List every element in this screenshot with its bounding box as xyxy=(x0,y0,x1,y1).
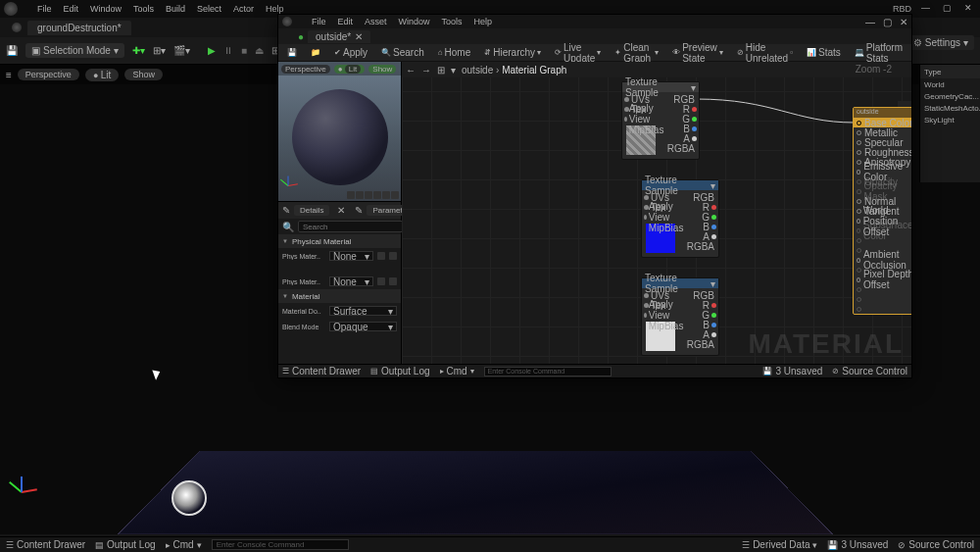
content-drawer-button[interactable]: ☰ Content Drawer xyxy=(282,366,361,376)
browse-icon[interactable] xyxy=(389,252,397,260)
light-gizmo[interactable] xyxy=(172,480,207,516)
tab-close-icon[interactable]: ✕ xyxy=(355,31,363,42)
settings-button[interactable]: ⚙ Settings ▾ xyxy=(907,35,974,50)
viewport-options-icon[interactable]: ≡ xyxy=(6,70,12,80)
pause-icon[interactable]: ⏸ xyxy=(223,45,233,56)
selection-mode-dropdown[interactable]: ▣ Selection Mode ▾ xyxy=(25,43,124,58)
menu-help[interactable]: Help xyxy=(266,4,284,14)
preview-state-button[interactable]: 👁 Preview State ▾ xyxy=(667,41,728,65)
texture-sample-node[interactable]: Texture Sample▾ UVs Tex Apply View MipBi… xyxy=(621,81,700,160)
menu-actor[interactable]: Actor xyxy=(233,4,254,14)
material-preview-viewport[interactable]: Perspective ● Lit Show xyxy=(278,62,401,201)
outliner-row[interactable]: SkyLight xyxy=(920,114,980,125)
close-icon[interactable]: ✕ xyxy=(964,3,976,15)
pin-icon[interactable]: ✎ xyxy=(282,205,290,216)
mat-minimize-icon[interactable]: — xyxy=(865,17,875,27)
stop-icon[interactable]: ■ xyxy=(241,45,247,56)
eject-icon[interactable]: ⏏ xyxy=(255,45,264,56)
stats-button[interactable]: 📊 Stats xyxy=(802,46,846,59)
breadcrumb[interactable]: outside › Material Graph xyxy=(462,65,566,75)
material-tab[interactable]: outside* ✕ xyxy=(308,30,370,43)
section-physical-material[interactable]: Physical Material xyxy=(278,234,401,248)
details-tab[interactable]: Details xyxy=(294,205,329,216)
mat-maximize-icon[interactable]: ▢ xyxy=(883,17,892,27)
source-control-button[interactable]: ⊘ Source Control xyxy=(832,366,907,376)
save-icon[interactable]: 💾 xyxy=(6,45,18,56)
mat-menu-tools[interactable]: Tools xyxy=(442,17,463,26)
mat-menu-window[interactable]: Window xyxy=(399,17,430,26)
derived-data-button[interactable]: ☰ Derived Data ▾ xyxy=(742,539,817,550)
maximize-icon[interactable]: ▢ xyxy=(943,3,955,15)
material-titlebar[interactable]: File Edit Asset Window Tools Help — ▢ ✕ xyxy=(278,15,911,28)
platform-stats-button[interactable]: 💻 Platform Stats xyxy=(850,41,907,65)
play-icon[interactable]: ▶ xyxy=(208,45,216,56)
preview-shape-icons[interactable] xyxy=(347,191,399,199)
sequencer-icon[interactable]: 🎬▾ xyxy=(173,45,190,56)
unsaved-button[interactable]: 💾 3 Unsaved xyxy=(827,539,888,550)
hide-unrelated-button[interactable]: ⊘ Hide Unrelated ▫ xyxy=(732,41,798,65)
home-button[interactable]: ⌂ Home xyxy=(433,46,476,59)
menu-build[interactable]: Build xyxy=(166,4,185,14)
marketplace-icon[interactable]: ⊞▾ xyxy=(153,45,166,56)
close-icon[interactable]: ✕ xyxy=(337,205,345,216)
browse-button[interactable]: 📁 xyxy=(306,47,325,58)
mat-menu-edit[interactable]: Edit xyxy=(338,17,354,26)
menu-file[interactable]: File xyxy=(37,4,52,14)
output-log-button[interactable]: ▤ Output Log xyxy=(95,539,155,550)
preview-show[interactable]: Show xyxy=(368,65,396,74)
source-control-button[interactable]: ⊘ Source Control xyxy=(898,539,974,550)
cmd-dropdown[interactable]: ▸ Cmd ▾ xyxy=(440,366,474,376)
console-input[interactable]: Enter Console Command xyxy=(212,539,349,550)
search-button[interactable]: 🔍 Search xyxy=(376,46,429,59)
menu-window[interactable]: Window xyxy=(90,4,122,14)
outliner-row[interactable]: StaticMeshActo... xyxy=(920,102,980,114)
user-label[interactable]: RBD xyxy=(893,4,911,14)
add-icon[interactable]: ✚▾ xyxy=(132,45,145,56)
console-input[interactable]: Enter Console Command xyxy=(484,367,612,376)
mat-close-icon[interactable]: ✕ xyxy=(900,17,907,27)
lit-pill[interactable]: ● Lit xyxy=(85,69,120,81)
show-pill[interactable]: Show xyxy=(124,69,163,80)
pin-icon[interactable]: ✎ xyxy=(355,205,363,216)
menu-edit[interactable]: Edit xyxy=(64,4,79,14)
minimize-icon[interactable]: — xyxy=(921,3,933,15)
content-drawer-button[interactable]: ☰ Content Drawer xyxy=(6,539,85,550)
preview-perspective[interactable]: Perspective xyxy=(281,65,330,74)
prop-dropdown[interactable]: None▾ xyxy=(329,251,373,261)
tab-logo-icon xyxy=(12,23,22,32)
material-result-node[interactable]: outside Base Color Metallic Specular Rou… xyxy=(853,107,911,315)
clean-graph-button[interactable]: ✦ Clean Graph ▾ xyxy=(610,41,663,65)
graph-icon[interactable]: ⊞ xyxy=(437,65,445,75)
texture-sample-node[interactable]: Texture Sample▾ UVs Tex Apply View MipBi… xyxy=(641,277,719,356)
mat-menu-file[interactable]: File xyxy=(312,17,326,26)
chevron-down-icon[interactable]: ▾ xyxy=(451,65,456,75)
prop-dropdown[interactable]: Opaque▾ xyxy=(329,322,397,331)
menu-select[interactable]: Select xyxy=(197,4,221,14)
texture-sample-node[interactable]: Texture Sample▾ UVs Tex Apply View MipBi… xyxy=(641,179,719,258)
browse-icon[interactable] xyxy=(389,277,397,285)
save-button[interactable]: 💾 xyxy=(282,47,302,58)
outliner-header[interactable]: Type xyxy=(920,65,980,78)
prop-dropdown[interactable]: Surface▾ xyxy=(329,306,397,316)
cmd-dropdown[interactable]: ▸ Cmd ▾ xyxy=(166,539,202,550)
outliner-row[interactable]: GeometryCac... xyxy=(920,90,980,102)
material-graph[interactable]: ← → ⊞ ▾ outside › Material Graph Zoom -2… xyxy=(402,62,911,364)
use-icon[interactable] xyxy=(377,252,385,260)
mat-menu-asset[interactable]: Asset xyxy=(365,17,387,26)
hierarchy-button[interactable]: ⇵ Hierarchy ▾ xyxy=(479,46,546,59)
apply-button[interactable]: ✔ Apply xyxy=(329,46,372,59)
use-icon[interactable] xyxy=(377,277,385,285)
project-tab[interactable]: groundDestruction* xyxy=(27,21,131,35)
menu-tools[interactable]: Tools xyxy=(133,4,154,14)
live-update-button[interactable]: ⟳ Live Update ▾ xyxy=(550,41,606,65)
unsaved-button[interactable]: 💾 3 Unsaved xyxy=(762,366,822,376)
nav-fwd-icon[interactable]: → xyxy=(421,65,431,75)
preview-lit[interactable]: ● Lit xyxy=(334,65,366,74)
output-log-button[interactable]: ▤ Output Log xyxy=(370,366,429,376)
mat-menu-help[interactable]: Help xyxy=(474,17,493,26)
perspective-pill[interactable]: Perspective xyxy=(18,69,79,80)
section-material[interactable]: Material xyxy=(278,289,401,303)
outliner-row[interactable]: World xyxy=(920,78,980,90)
prop-dropdown[interactable]: None▾ xyxy=(329,276,373,286)
nav-back-icon[interactable]: ← xyxy=(406,65,416,75)
